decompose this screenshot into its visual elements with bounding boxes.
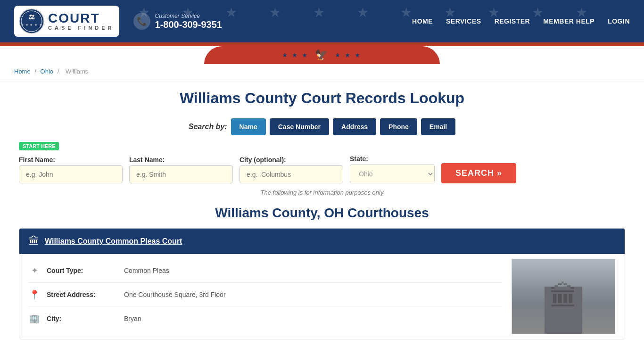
start-here-badge: START HERE (19, 142, 59, 150)
nav-member-help[interactable]: MEMBER HELP (543, 17, 594, 25)
breadcrumb-home[interactable]: Home (14, 68, 31, 75)
court-city-label: City: (47, 315, 117, 322)
state-label: State: (350, 155, 435, 163)
breadcrumb-sep-2: / (58, 68, 61, 75)
red-banner (0, 42, 644, 46)
last-name-group: Last Name: (129, 156, 233, 183)
eagle-stars-left: ★ ★ ★ (282, 52, 309, 58)
court-type-row: ✦ Court Type: Common Pleas (29, 259, 502, 283)
page-title: Williams County Court Records Lookup (19, 90, 625, 107)
breadcrumb-williams: Williams (66, 68, 88, 75)
courthouses-title: Williams County, OH Courthouses (19, 206, 625, 221)
state-select[interactable]: Ohio Alabama Alaska (350, 165, 435, 183)
court-address-row: 📍 Street Address: One Courthouse Square,… (29, 283, 502, 307)
tab-email[interactable]: Email (421, 118, 455, 135)
logo-text: COURT CASE FINDER (48, 12, 115, 31)
search-section: START HERE First Name: Last Name: City (… (19, 142, 625, 183)
nav-services[interactable]: SERVICES (446, 17, 481, 25)
svg-text:★ ★ ★ ★ ★: ★ ★ ★ ★ ★ (21, 23, 43, 26)
svg-point-0 (19, 9, 44, 33)
logo-area: ⚖ ★ ★ ★ ★ ★ COURT CASE FINDER 📞 Customer… (14, 6, 222, 37)
site-header: ⚖ ★ ★ ★ ★ ★ COURT CASE FINDER 📞 Customer… (0, 0, 644, 42)
eagle-stars-right: ★ ★ ★ (335, 52, 362, 58)
tab-address[interactable]: Address (333, 118, 376, 135)
location-icon: 📍 (29, 289, 40, 300)
court-type-icon: ✦ (29, 265, 40, 276)
eagle-banner: ★ ★ ★ 🦅 ★ ★ ★ (0, 46, 644, 63)
logo-emblem-icon: ⚖ ★ ★ ★ ★ ★ (19, 8, 44, 34)
cs-phone: 1-800-309-9351 (155, 19, 222, 30)
court-image-placeholder (512, 259, 615, 334)
city-group: City (optional): (239, 156, 343, 183)
eagle-icon: 🦅 (315, 49, 330, 61)
first-name-label: First Name: (19, 156, 123, 164)
court-city-value: Bryan (124, 315, 141, 322)
first-name-group: First Name: (19, 156, 123, 183)
nav-register[interactable]: REGISTER (495, 17, 530, 25)
breadcrumb-ohio[interactable]: Ohio (41, 68, 53, 75)
nav-home[interactable]: HOME (412, 17, 433, 25)
last-name-label: Last Name: (129, 156, 233, 164)
court-type-value: Common Pleas (124, 267, 169, 274)
street-address-value: One Courthouse Square, 3rd Floor (124, 291, 226, 298)
phone-icon: 📞 (133, 13, 150, 30)
search-by-label: Search by: (189, 123, 227, 131)
nav-login[interactable]: LOGIN (608, 17, 630, 25)
court-type-label: Court Type: (47, 267, 117, 274)
main-nav: HOME SERVICES REGISTER MEMBER HELP LOGIN (412, 17, 630, 25)
court-info: ✦ Court Type: Common Pleas 📍 Street Addr… (29, 259, 502, 334)
street-address-label: Street Address: (47, 291, 117, 298)
city-input[interactable] (239, 165, 343, 183)
logo-box: ⚖ ★ ★ ★ ★ ★ COURT CASE FINDER (14, 6, 119, 37)
last-name-input[interactable] (129, 165, 233, 183)
tab-name[interactable]: Name (231, 118, 266, 135)
tab-case-number[interactable]: Case Number (270, 118, 329, 135)
cs-info: Customer Service 1-800-309-9351 (155, 13, 222, 30)
logo-case-finder-label: CASE FINDER (48, 25, 115, 31)
svg-text:⚖: ⚖ (29, 13, 35, 21)
court-header-building-icon: 🏛 (29, 235, 39, 247)
city-label: City (optional): (239, 156, 343, 164)
court-card-body: ✦ Court Type: Common Pleas 📍 Street Addr… (19, 254, 625, 339)
search-by-row: Search by: Name Case Number Address Phon… (19, 118, 625, 135)
search-button[interactable]: SEARCH » (441, 163, 516, 183)
court-city-row: 🏢 City: Bryan (29, 307, 502, 330)
logo-court-label: COURT (48, 12, 100, 25)
breadcrumb-sep-1: / (34, 68, 38, 75)
main-content: Williams County Court Records Lookup Sea… (0, 80, 644, 349)
eagle-content: ★ ★ ★ 🦅 ★ ★ ★ (282, 49, 361, 61)
info-text: The following is for information purpose… (19, 189, 625, 196)
court-card-header: 🏛 Williams County Common Pleas Court (19, 229, 625, 254)
cs-label: Customer Service (155, 13, 222, 19)
tab-phone[interactable]: Phone (380, 118, 417, 135)
state-group: State: Ohio Alabama Alaska (350, 155, 435, 183)
city-icon: 🏢 (29, 313, 40, 324)
court-name-link[interactable]: Williams County Common Pleas Court (45, 237, 182, 246)
customer-service: 📞 Customer Service 1-800-309-9351 (133, 13, 222, 30)
search-form: First Name: Last Name: City (optional): … (19, 155, 625, 183)
court-image (512, 259, 615, 334)
court-card: 🏛 Williams County Common Pleas Court ✦ C… (19, 228, 625, 339)
breadcrumb: Home / Ohio / Williams (0, 63, 644, 80)
first-name-input[interactable] (19, 165, 123, 183)
